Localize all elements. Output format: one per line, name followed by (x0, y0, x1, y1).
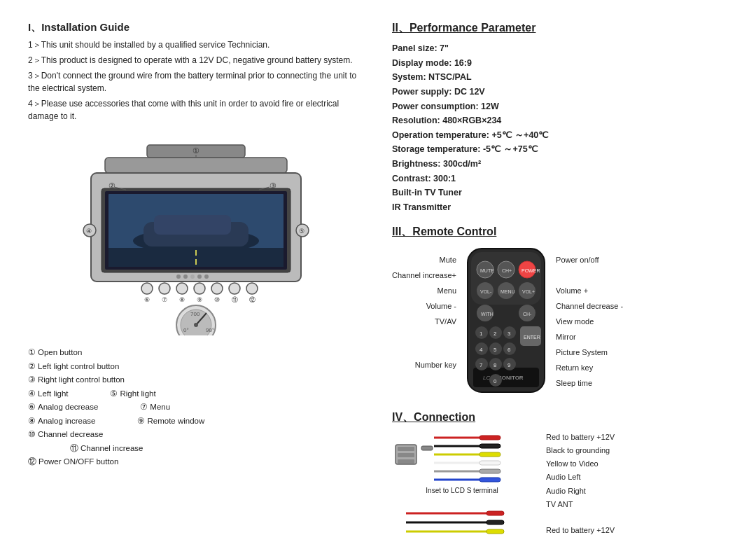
svg-point-20 (211, 283, 223, 294)
label-left-light: ④ Left light (28, 387, 68, 401)
svg-point-22 (246, 283, 258, 294)
install-step-3: 3＞Don't connect the ground wire from the… (28, 69, 364, 95)
svg-rect-110 (486, 520, 504, 524)
connection-title: IV、Connection (392, 410, 728, 425)
svg-text:2: 2 (493, 331, 497, 337)
param-ir: IR Transmitter (392, 200, 728, 215)
svg-text:②: ② (108, 181, 115, 190)
svg-text:⑥: ⑥ (144, 296, 150, 303)
label-picture-system: Picture System (556, 345, 623, 360)
left-column: I、Installation Guide 1＞This unit should … (28, 21, 364, 535)
svg-text:CH+: CH+ (502, 268, 512, 273)
num-2: ② (28, 360, 36, 374)
num-5: ⑤ (110, 387, 118, 401)
label-sleep-time: Sleep time (556, 375, 623, 391)
label-mute: Mute (440, 252, 456, 268)
remote-title: III、Remote Control (392, 225, 728, 239)
num-11: ⑪ (70, 442, 78, 456)
install-step-4: 4＞Please use accessories that come with … (28, 97, 364, 123)
svg-rect-1 (105, 158, 287, 173)
svg-point-16 (141, 283, 153, 294)
svg-text:MENU: MENU (500, 289, 515, 294)
svg-text:⑪: ⑪ (232, 296, 238, 303)
svg-rect-98 (479, 444, 500, 448)
svg-rect-96 (479, 436, 500, 440)
param-display-mode: Display mode: 16:9 (392, 56, 728, 71)
num-12: ⑫ (28, 455, 36, 469)
svg-point-15 (204, 275, 209, 279)
svg-text:ENTER: ENTER (524, 335, 540, 340)
svg-point-12 (183, 275, 188, 279)
label-power-on-off: Power on/off (556, 252, 623, 268)
param-power-supply: Power supply: DC 12V (392, 85, 728, 99)
svg-point-17 (159, 283, 170, 294)
param-resolution: Resolution: 480×RGB×234 (392, 113, 728, 128)
svg-text:5: 5 (493, 347, 497, 353)
svg-rect-106 (479, 478, 500, 482)
label-channel-decrease: ⑩ Channel decrease (28, 428, 103, 442)
svg-rect-104 (479, 469, 500, 473)
svg-text:0°: 0° (183, 327, 189, 333)
label-power-button: ⑫ Power ON/OFF button (28, 455, 118, 469)
performance-parameter: II、Performance Parameter Panel size: 7" … (392, 21, 728, 215)
device-labels: ① Open button ② Left light control butto… (28, 346, 364, 469)
svg-text:POWER: POWER (522, 268, 540, 273)
svg-text:VOL+: VOL+ (522, 289, 535, 294)
bottom-wire-labels: Red to battery +12V Black to grounding Y… (546, 524, 620, 535)
top-wire-labels: Red to battery +12V Black to grounding Y… (546, 431, 620, 512)
svg-rect-93 (398, 459, 414, 464)
svg-text:⑦: ⑦ (162, 296, 167, 303)
svg-rect-8 (154, 215, 231, 235)
inset-label: Inset to LCD S terminal (392, 487, 532, 494)
svg-rect-91 (398, 447, 414, 451)
svg-point-11 (176, 275, 181, 279)
label-left-light-ctrl: ② Left light control button (28, 360, 119, 374)
page: I、Installation Guide 1＞This unit should … (0, 0, 756, 535)
label-volume-minus: Volume - (426, 298, 456, 314)
svg-rect-102 (479, 461, 500, 465)
label-remote-window: ⑨ Remote window (137, 415, 204, 429)
svg-text:③: ③ (270, 181, 276, 190)
installation-title: I、Installation Guide (28, 21, 364, 34)
wire-black-ground: Black to grounding (546, 444, 620, 457)
svg-text:⑨: ⑨ (197, 296, 202, 303)
label-right-light-ctrl: ③ Right light control button (28, 373, 125, 387)
param-contrast: Contrast: 300:1 (392, 172, 728, 186)
label-number-key: Number key (415, 357, 456, 373)
svg-text:9: 9 (507, 362, 511, 368)
svg-text:WITH: WITH (481, 312, 493, 317)
svg-rect-108 (486, 511, 504, 515)
svg-text:MUTE: MUTE (480, 268, 494, 273)
num-7: ⑦ (140, 401, 148, 415)
svg-text:6: 6 (507, 347, 511, 353)
remote-right-labels: Power on/off Volume + Channel decrease -… (552, 245, 623, 391)
svg-rect-112 (486, 529, 504, 534)
svg-text:⑤: ⑤ (299, 228, 304, 235)
svg-text:CH-: CH- (523, 312, 532, 317)
label-tv-av: TV/AV (435, 314, 456, 329)
svg-text:1: 1 (479, 331, 483, 337)
label-view-mode: View mode (556, 314, 623, 329)
svg-point-13 (190, 275, 195, 279)
num-10: ⑩ (28, 428, 36, 442)
svg-point-18 (176, 283, 188, 294)
install-step-1: 1＞This unit should be installed by a qua… (28, 39, 364, 51)
num-4: ④ (28, 387, 36, 401)
svg-text:⑫: ⑫ (249, 296, 255, 303)
param-panel-size: Panel size: 7" (392, 41, 728, 56)
wire-audio-right: Audio Right (546, 485, 620, 498)
connection-labels: Red to battery +12V Black to grounding Y… (546, 431, 620, 536)
label-menu: Menu (438, 283, 457, 298)
num-1: ① (28, 346, 36, 360)
svg-text:4: 4 (479, 347, 483, 353)
num-8: ⑧ (28, 415, 36, 429)
svg-text:①: ① (192, 146, 200, 155)
connector-diagrams: Inset to LCD S terminal (392, 431, 532, 536)
install-step-2: 2＞This product is designed to operate wi… (28, 54, 364, 67)
svg-text:8: 8 (493, 362, 497, 368)
label-analog-increase: ⑧ Analog increase (28, 415, 95, 429)
param-tv-tuner: Built-in TV Tuner (392, 186, 728, 200)
wire-audio-left: Audio Left (546, 471, 620, 484)
wire-yellow-video: Yellow to Video (546, 457, 620, 471)
label-analog-decrease: ⑥ Analog decrease (28, 401, 98, 415)
